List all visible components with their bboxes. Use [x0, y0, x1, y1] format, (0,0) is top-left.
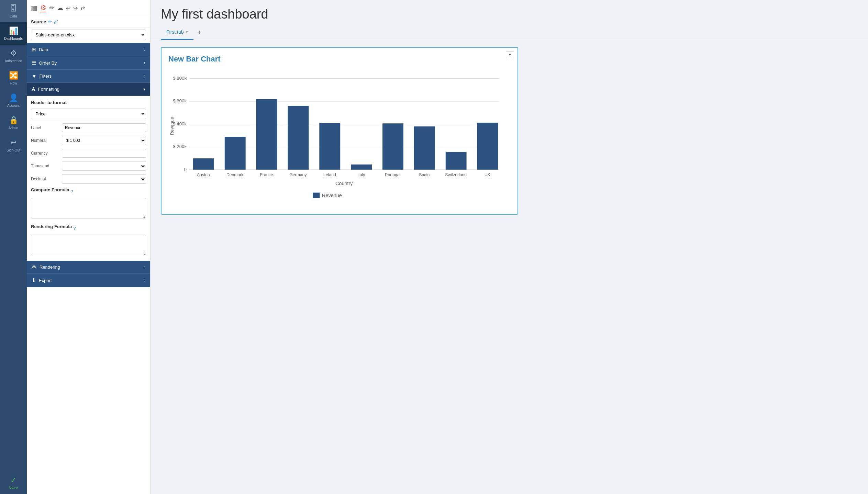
svg-text:$ 600k: $ 600k — [173, 98, 187, 103]
settings-gear-icon[interactable]: ⚙ — [40, 3, 46, 12]
rendering-formula-section: Rendering Formula ? — [31, 224, 146, 257]
source-edit-icons: ✏ 🖊 — [48, 19, 58, 24]
admin-icon: 🔒 — [9, 116, 18, 125]
svg-text:France: France — [260, 172, 273, 177]
database-icon: 🗄 — [10, 4, 17, 13]
menu-item-orderby[interactable]: ☰ Order By › — [27, 56, 150, 70]
nav-item-flow[interactable]: 🔀 Flow — [0, 67, 27, 89]
main-content: My first dashboard First tab ▾ + ▾ New B… — [151, 0, 868, 494]
menu-item-data[interactable]: ⊞ Data › — [27, 43, 150, 56]
undo-icon[interactable]: ↩ — [66, 5, 70, 11]
svg-text:Germany: Germany — [289, 172, 307, 177]
bar-italy — [351, 165, 372, 170]
bar-denmark — [225, 137, 246, 170]
bar-germany — [288, 106, 309, 170]
nav-item-dashboards[interactable]: 📊 Dashboards — [0, 22, 27, 45]
menu-item-formatting[interactable]: A Formatting ▾ — [27, 83, 150, 96]
decimal-select[interactable] — [62, 174, 146, 184]
nav-label-data: Data — [10, 14, 17, 18]
compute-formula-textarea[interactable] — [31, 198, 146, 218]
thousand-select[interactable] — [62, 161, 146, 171]
svg-text:0: 0 — [184, 167, 187, 172]
menu-item-rendering[interactable]: 👁 Rendering › — [27, 261, 150, 274]
svg-text:Revenue: Revenue — [170, 117, 175, 135]
saved-label: Saved — [9, 486, 18, 490]
pencil-icon[interactable]: ✏ — [49, 4, 54, 12]
flow-icon: 🔀 — [9, 71, 18, 80]
checkmark-icon: ✓ — [10, 476, 16, 485]
thousand-form-group: Thousand — [31, 161, 146, 171]
source-link-icon[interactable]: 🖊 — [54, 19, 58, 24]
bar-austria — [193, 158, 214, 170]
chart-title: New Bar Chart — [168, 55, 511, 64]
page-title: My first dashboard — [161, 7, 858, 22]
decimal-form-group: Decimal — [31, 174, 146, 184]
source-select[interactable]: Sales-demo-en.xlsx — [31, 30, 146, 40]
svg-text:Austria: Austria — [197, 172, 210, 177]
header-to-format-select[interactable]: Price — [31, 109, 146, 119]
side-panel: ▦ ⚙ ✏ ☁ ↩ ↪ ⇄ Source ✏ 🖊 Sales-demo-en.x… — [27, 0, 151, 494]
source-row: Source ✏ 🖊 — [27, 16, 150, 27]
chart-container: ▾ New Bar Chart $ 800k $ 600k $ 400k $ 2… — [151, 40, 868, 494]
bar-spain — [414, 126, 435, 170]
tab-dropdown-icon[interactable]: ▾ — [186, 30, 188, 34]
svg-text:Switzerland: Switzerland — [445, 172, 467, 177]
bar-chart-icon[interactable]: ▦ — [31, 4, 37, 12]
exchange-icon[interactable]: ⇄ — [80, 5, 85, 11]
menu-item-filters[interactable]: ▼ Filters › — [27, 70, 150, 83]
svg-text:Portugal: Portugal — [385, 172, 400, 177]
chart-menu-button[interactable]: ▾ — [506, 51, 514, 58]
source-edit-icon[interactable]: ✏ — [48, 19, 52, 24]
menu-item-export[interactable]: ⬇ Export › — [27, 274, 150, 287]
nav-item-data[interactable]: 🗄 Data — [0, 0, 27, 22]
label-input[interactable] — [62, 123, 146, 132]
export-menu-icon: ⬇ — [32, 277, 36, 283]
bar-uk — [477, 123, 498, 170]
bar-switzerland — [446, 152, 467, 170]
label-field-label: Label — [31, 125, 62, 130]
bar-chart-svg: $ 800k $ 600k $ 400k $ 200k 0 Revenue Au… — [168, 69, 511, 206]
svg-text:UK: UK — [485, 172, 490, 177]
numeral-select[interactable]: $ 1 000 — [62, 136, 146, 145]
nav-item-account[interactable]: 👤 Account — [0, 89, 27, 112]
header-to-format-title: Header to format — [31, 100, 146, 105]
filters-menu-icon: ▼ — [32, 73, 37, 79]
redo-icon[interactable]: ↪ — [73, 5, 78, 11]
numeral-form-group: Numeral $ 1 000 — [31, 136, 146, 145]
nav-item-signout[interactable]: ↩ Sign-Out — [0, 134, 27, 156]
automation-icon: ⚙ — [10, 49, 17, 58]
orderby-menu-icon: ☰ — [32, 60, 36, 66]
svg-text:$ 800k: $ 800k — [173, 76, 187, 81]
bar-ireland — [319, 123, 340, 170]
export-menu-arrow: › — [144, 278, 145, 283]
bar-portugal — [382, 123, 403, 170]
data-menu-arrow: › — [144, 47, 145, 52]
tab-first-tab[interactable]: First tab ▾ — [161, 25, 193, 40]
decimal-field-label: Decimal — [31, 177, 62, 181]
menu-item-data-label: Data — [39, 47, 48, 52]
svg-text:Denmark: Denmark — [226, 172, 244, 177]
nav-label-flow: Flow — [10, 81, 17, 85]
compute-formula-title: Compute Formula — [31, 187, 69, 192]
compute-formula-help-icon[interactable]: ? — [70, 189, 73, 194]
saved-indicator: ✓ Saved — [0, 472, 27, 494]
main-header: My first dashboard — [151, 0, 868, 25]
nav-item-admin[interactable]: 🔒 Admin — [0, 112, 27, 134]
menu-item-formatting-label: Formatting — [38, 87, 59, 92]
tabs-bar: First tab ▾ + — [151, 25, 868, 40]
nav-item-automation[interactable]: ⚙ Automation — [0, 45, 27, 67]
compute-formula-section: Compute Formula ? — [31, 187, 146, 220]
nav-label-automation: Automation — [5, 59, 22, 63]
rendering-formula-textarea[interactable] — [31, 235, 146, 255]
formatting-menu-arrow: ▾ — [143, 87, 145, 92]
menu-item-filters-label: Filters — [40, 74, 52, 79]
menu-item-orderby-label: Order By — [39, 60, 57, 66]
thousand-field-label: Thousand — [31, 164, 62, 168]
cloud-icon[interactable]: ☁ — [57, 4, 63, 12]
rendering-menu-arrow: › — [144, 265, 145, 270]
svg-text:Revenue: Revenue — [322, 193, 342, 198]
numeral-field-label: Numeral — [31, 138, 62, 143]
rendering-formula-help-icon[interactable]: ? — [73, 226, 76, 231]
add-tab-button[interactable]: + — [193, 26, 206, 39]
currency-input[interactable] — [62, 149, 146, 158]
